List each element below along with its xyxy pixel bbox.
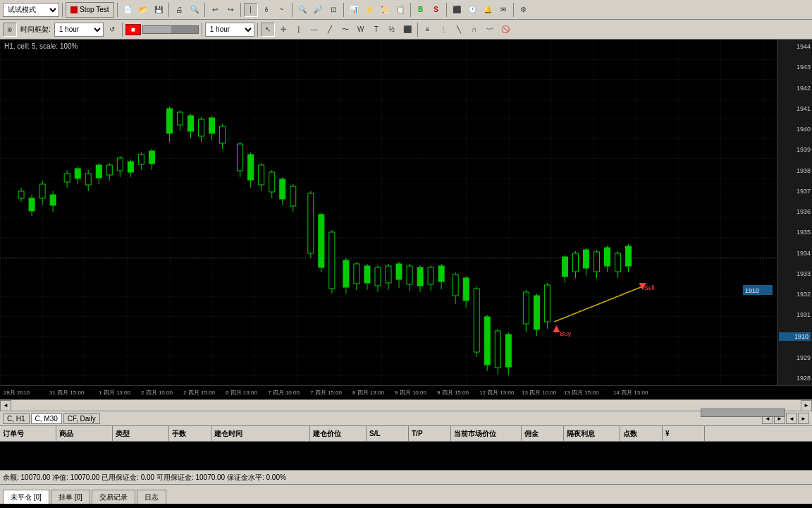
svg-rect-74 [417,267,423,286]
chart-bar-btn[interactable]: | [244,3,258,17]
toolbar-second: ⊕ 时间框架: 1 hour ↺ ■ 1 hour ↖ ✛ | — ╱ 〜 W … [0,20,812,40]
price-label: 1928 [779,375,811,382]
separator [417,23,418,37]
new-chart-btn[interactable]: 📄 [121,3,135,17]
scroll-right-btn[interactable]: ► [801,400,812,411]
toolbar-top: 试试模式 Stop Test 📄 📂 💾 🖨 🔍 ↩ ↪ | 🕯 ~ 🔍 🔎 ⊡… [0,0,812,20]
separator [122,23,123,37]
svg-rect-86 [484,317,490,365]
wave-btn[interactable]: ╲ [452,23,466,37]
col-order-id: 订单号 [0,426,56,442]
separator [343,3,344,17]
chart-main[interactable]: H1, cell: 5, scale: 100% [0,40,777,385]
delete-btn[interactable]: 🚫 [498,23,512,37]
open-btn[interactable]: 📂 [136,3,150,17]
gann-btn[interactable]: 〰 [483,23,497,37]
chart-tab-2[interactable]: C, M30 [31,413,62,424]
vertical-line-btn[interactable]: | [292,23,306,37]
sell-btn[interactable]: S [429,3,443,17]
ea-btn[interactable]: ⚡ [362,3,376,17]
chart-tab-3[interactable]: CF, Daily [63,413,100,424]
period-select[interactable]: 1 hour [205,23,254,37]
scroll-thumb[interactable] [701,409,785,417]
col-type: 类型 [113,426,169,442]
trendline-btn[interactable]: ╱ [323,23,337,37]
chart-candle-btn[interactable]: 🕯 [259,3,273,17]
text-btn[interactable]: T [369,23,383,37]
scripts-btn[interactable]: 📜 [378,3,392,17]
chart-container: H1, cell: 5, scale: 100% [0,40,812,385]
mode-select[interactable]: 试试模式 [3,3,59,17]
rectangle-btn[interactable]: ⬛ [400,23,414,37]
alerts-btn[interactable]: 🔔 [481,3,495,17]
zoom-out-btn[interactable]: 🔎 [311,3,325,17]
stop-playback-btn[interactable]: ■ [125,24,141,35]
print-btn[interactable]: 🖨 [172,3,186,17]
options-btn[interactable]: ⚙ [517,3,531,17]
svg-rect-111 [615,253,621,272]
tab-pending-orders[interactable]: 挂单 [0] [51,490,90,504]
print-preview-btn[interactable]: 🔍 [187,3,202,17]
fibs-btn[interactable]: ≡ [421,23,435,37]
svg-rect-46 [259,165,264,185]
indicators-btn[interactable]: 📊 [347,3,361,17]
price-label: 1936 [779,208,811,215]
svg-rect-1 [0,40,777,385]
speed-slider[interactable] [142,25,199,34]
price-label: 1938 [779,167,811,174]
svg-rect-42 [238,144,243,171]
col-profit: 点数 [620,426,663,442]
time-axis: 28月 2010 31 四月 15:00 1 四月 13:00 2 四月 10:… [0,385,812,399]
time-label: 31 四月 15:00 [49,389,84,397]
separator [446,3,447,17]
undo-btn[interactable]: ↩ [208,3,222,17]
tf-refresh-btn[interactable]: ↺ [105,23,119,37]
col-tp: T/P [409,426,451,442]
svg-rect-88 [495,331,500,368]
text-label-btn[interactable]: ½ [385,23,399,37]
redo-btn[interactable]: ↪ [223,3,238,17]
tab-open-positions[interactable]: 未平仓 [0] [3,490,49,504]
chart-mode-btn[interactable]: ⊕ [3,23,17,37]
svg-rect-56 [319,214,324,267]
horizontal-line-btn[interactable]: — [307,23,321,37]
mail-btn[interactable]: ✉ [496,3,510,17]
svg-rect-20 [106,165,112,175]
separator [168,3,169,17]
separator [204,3,205,17]
regression-btn[interactable]: W [354,23,368,37]
stop-test-button[interactable]: Stop Test [66,2,114,18]
pitchfork-btn[interactable]: ⋮ [436,23,450,37]
chart-line-btn[interactable]: ~ [275,3,289,17]
autoscale-btn[interactable]: ⊡ [326,3,340,17]
cursor-tool-btn[interactable]: ↖ [261,23,275,37]
chart-scroll-prev-btn[interactable]: ◄ [786,413,797,424]
scroll-left-btn[interactable]: ◄ [0,400,11,411]
col-open-time: 建仓时间 [211,426,310,442]
svg-rect-24 [128,162,133,172]
history-btn[interactable]: 🕐 [465,3,479,17]
price-label: 1940 [779,126,811,133]
svg-rect-6 [29,198,35,211]
time-label: 9 四月 15:00 [437,389,469,397]
cycle-btn[interactable]: ∩ [467,23,481,37]
price-label: 1931 [779,311,811,318]
terminal-btn[interactable]: ⬛ [450,3,464,17]
buy-btn[interactable]: B [414,3,428,17]
zoom-in-btn[interactable]: 🔍 [295,3,309,17]
svg-text:Buy: Buy [560,330,571,337]
timeframe-select[interactable]: 1 hour [54,23,104,37]
chart-tabs: C, H1 C, M30 CF, Daily [3,413,762,424]
svg-rect-52 [290,186,296,206]
chart-scroll-next-btn[interactable]: ► [798,413,809,424]
time-label: 13 四月 15:00 [564,389,598,397]
tab-journal[interactable]: 日志 [137,490,166,504]
templates-btn[interactable]: 📋 [393,3,407,17]
save-btn[interactable]: 💾 [152,3,166,17]
separator [292,3,293,17]
svg-rect-18 [96,165,102,178]
crosshair-tool-btn[interactable]: ✛ [276,23,290,37]
chart-tab-1[interactable]: C, H1 [3,413,30,424]
tab-history[interactable]: 交易记录 [92,490,135,504]
channel-btn[interactable]: 〜 [338,23,352,37]
